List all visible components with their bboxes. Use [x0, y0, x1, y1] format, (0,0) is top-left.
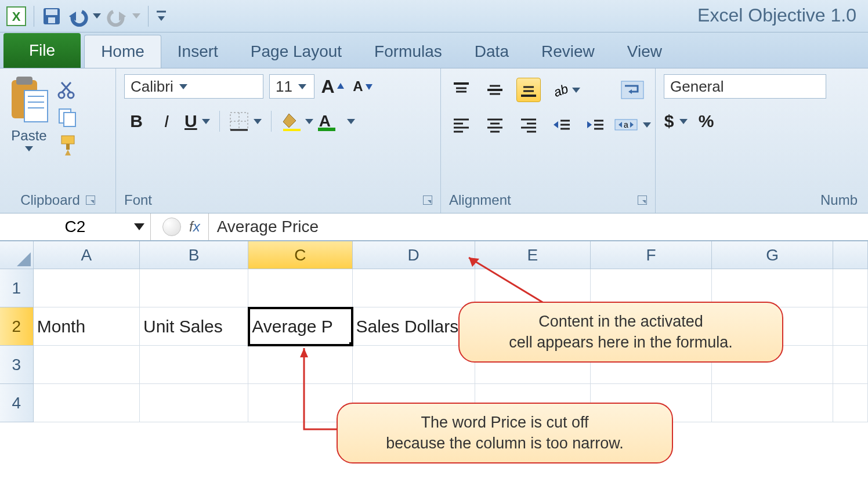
- font-launcher[interactable]: [423, 195, 432, 205]
- callout-formula-bar: Content in the activated cell appears he…: [458, 302, 783, 363]
- grow-font-button[interactable]: A: [320, 74, 345, 99]
- clipboard-label: Clipboard: [20, 192, 80, 208]
- tab-formulas[interactable]: Formulas: [358, 35, 458, 68]
- cell-H1[interactable]: [833, 269, 868, 307]
- tab-data[interactable]: Data: [458, 35, 525, 68]
- align-left-button[interactable]: [449, 113, 473, 137]
- cell-B1[interactable]: [140, 269, 248, 307]
- fill-color-button[interactable]: [281, 109, 313, 133]
- paste-label: Paste: [11, 128, 46, 144]
- tab-home[interactable]: Home: [84, 35, 161, 68]
- borders-button[interactable]: [229, 109, 262, 133]
- percent-button[interactable]: %: [694, 109, 718, 133]
- fx-icon[interactable]: fx: [189, 213, 209, 240]
- col-header-extra[interactable]: [833, 241, 868, 269]
- cut-button[interactable]: [56, 78, 79, 101]
- cancel-icon[interactable]: [162, 218, 181, 236]
- svg-marker-22: [366, 84, 372, 90]
- col-header-G[interactable]: G: [712, 241, 833, 269]
- group-clipboard: Paste Clipboard: [0, 68, 116, 213]
- wrap-text-button[interactable]: [614, 78, 651, 102]
- tab-file[interactable]: File: [3, 33, 81, 68]
- orientation-button[interactable]: ab: [550, 78, 580, 102]
- svg-point-15: [59, 92, 64, 98]
- paste-icon[interactable]: [8, 74, 50, 125]
- currency-button[interactable]: $: [664, 109, 688, 133]
- svg-rect-27: [283, 129, 301, 131]
- save-button[interactable]: [40, 5, 63, 28]
- tab-page-layout[interactable]: Page Layout: [234, 35, 358, 68]
- svg-rect-3: [46, 9, 57, 15]
- svg-rect-28: [318, 128, 335, 131]
- col-header-A[interactable]: A: [34, 241, 140, 269]
- undo-button[interactable]: [66, 5, 89, 28]
- cell-B2[interactable]: Unit Sales: [140, 307, 248, 346]
- formula-content[interactable]: Average Price: [209, 218, 319, 236]
- number-label: Numb: [820, 192, 858, 208]
- tab-review[interactable]: Review: [525, 35, 611, 68]
- tab-view[interactable]: View: [611, 35, 678, 68]
- redo-dropdown[interactable]: [131, 5, 142, 28]
- cell-H2[interactable]: [833, 307, 868, 346]
- font-name-combo[interactable]: Calibri: [124, 74, 263, 99]
- svg-rect-19: [62, 136, 74, 144]
- underline-button[interactable]: U: [185, 109, 210, 133]
- cell-C1[interactable]: [248, 269, 352, 307]
- paste-dropdown[interactable]: [25, 146, 33, 151]
- col-header-F[interactable]: F: [591, 241, 712, 269]
- italic-button[interactable]: I: [154, 109, 179, 133]
- col-header-B[interactable]: B: [140, 241, 248, 269]
- cell-B3[interactable]: [140, 346, 248, 384]
- bold-button[interactable]: B: [124, 109, 149, 133]
- formula-bar: C2 fx Average Price: [0, 213, 868, 241]
- merge-center-button[interactable]: a: [614, 113, 651, 137]
- svg-marker-67: [300, 348, 308, 357]
- font-color-button[interactable]: A: [319, 109, 355, 133]
- cell-D1[interactable]: [353, 269, 475, 307]
- row-header-1[interactable]: 1: [0, 269, 34, 307]
- cell-H4[interactable]: [833, 384, 868, 422]
- bottom-align-button[interactable]: [516, 78, 541, 102]
- col-header-C[interactable]: C: [248, 241, 352, 269]
- middle-align-button[interactable]: [483, 78, 507, 102]
- customize-qat[interactable]: [154, 5, 168, 28]
- copy-button[interactable]: [56, 106, 79, 129]
- row-header-2[interactable]: 2: [0, 307, 34, 346]
- cell-G4[interactable]: [712, 384, 833, 422]
- svg-text:X: X: [12, 9, 21, 24]
- svg-rect-11: [24, 90, 48, 122]
- quick-access-toolbar: X Excel Objective 1.0: [0, 0, 868, 32]
- group-number: General $ % Numb: [656, 68, 868, 213]
- cell-A4[interactable]: [34, 384, 140, 422]
- svg-text:ab: ab: [552, 81, 570, 100]
- alignment-launcher[interactable]: [638, 195, 647, 205]
- redo-button[interactable]: [105, 5, 128, 28]
- cell-A1[interactable]: [34, 269, 140, 307]
- undo-dropdown[interactable]: [91, 5, 103, 28]
- row-header-4[interactable]: 4: [0, 384, 34, 422]
- increase-indent-button[interactable]: [584, 113, 608, 137]
- cell-A3[interactable]: [34, 346, 140, 384]
- clipboard-launcher[interactable]: [86, 195, 95, 205]
- tab-insert[interactable]: Insert: [161, 35, 234, 68]
- cell-H3[interactable]: [833, 346, 868, 384]
- number-format-combo[interactable]: General: [664, 74, 826, 99]
- align-right-button[interactable]: [516, 113, 541, 137]
- format-painter-button[interactable]: [56, 133, 79, 157]
- cell-A2[interactable]: Month: [34, 307, 140, 346]
- select-all-corner[interactable]: [0, 241, 34, 269]
- name-box[interactable]: C2: [0, 213, 151, 240]
- shrink-font-button[interactable]: A: [350, 74, 375, 99]
- font-size-combo[interactable]: 11: [269, 74, 314, 99]
- svg-marker-8: [158, 16, 165, 21]
- svg-point-16: [68, 92, 74, 98]
- svg-text:a: a: [624, 120, 628, 129]
- svg-rect-10: [16, 77, 32, 85]
- decrease-indent-button[interactable]: [550, 113, 574, 137]
- row-header-3[interactable]: 3: [0, 346, 34, 384]
- cell-B4[interactable]: [140, 384, 248, 422]
- ribbon-tabs: File Home Insert Page Layout Formulas Da…: [0, 32, 868, 68]
- col-header-D[interactable]: D: [353, 241, 475, 269]
- top-align-button[interactable]: [449, 78, 473, 102]
- align-center-button[interactable]: [483, 113, 507, 137]
